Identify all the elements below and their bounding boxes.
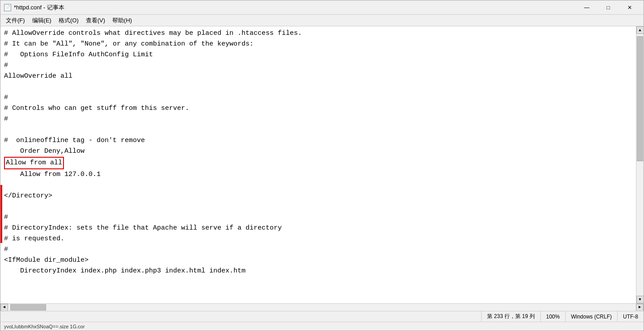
code-line-9: #	[4, 114, 632, 125]
editor-area: # AllowOverride controls what directives…	[0, 26, 644, 303]
code-line-highlighted: Allow from all	[4, 157, 632, 169]
text-content[interactable]: # AllowOverride controls what directives…	[0, 26, 636, 303]
code-line-22: <IfModule dir_module>	[4, 255, 632, 266]
scroll-left-arrow[interactable]: ◄	[0, 304, 8, 311]
code-line-20: # is requested.	[4, 234, 632, 244]
code-line-11: # onlineoffline tag - don't remove	[4, 135, 632, 146]
scroll-right-arrow[interactable]: ►	[636, 304, 644, 311]
code-line-4: #	[4, 60, 632, 71]
status-position: 第 233 行，第 19 列	[481, 311, 540, 322]
scroll-thumb-v[interactable]	[637, 36, 643, 161]
title-bar: 📄 *httpd.conf - 记事本 — □ ✕	[0, 0, 644, 15]
code-line-19: # DirectoryIndex: sets the file that Apa…	[4, 223, 632, 234]
code-line-3: # Options FileInfo AuthConfig Limit	[4, 50, 632, 60]
code-line-6	[4, 82, 632, 92]
scroll-down-arrow[interactable]: ▼	[636, 296, 644, 303]
code-line-10	[4, 125, 632, 135]
app-icon: 📄	[4, 4, 11, 11]
scroll-track-h[interactable]	[8, 304, 636, 311]
code-line-5: AllowOverride all	[4, 71, 632, 82]
menu-view[interactable]: 查看(V)	[82, 16, 109, 25]
code-line-12: Order Deny,Allow	[4, 146, 632, 157]
code-line-2: # It can be "All", "None", or any combin…	[4, 39, 632, 50]
code-line-21: #	[4, 244, 632, 255]
vertical-scrollbar[interactable]: ▲ ▼	[636, 26, 644, 303]
menu-bar: 文件(F) 编辑(E) 格式(O) 查看(V) 帮助(H)	[0, 15, 644, 26]
title-bar-controls: — □ ✕	[576, 1, 640, 14]
left-border-indicator	[0, 185, 2, 243]
code-line-14: Allow from 127.0.0.1	[4, 169, 632, 180]
taskbar-hint: yvoLIubbmKhxSNoaQ==.size 1G.cor	[0, 322, 644, 331]
menu-help[interactable]: 帮助(H)	[109, 16, 136, 25]
code-line-8: # Controls who can get stuff from this s…	[4, 103, 632, 114]
taskbar-hint-text: yvoLIubbmKhxSNoaQ==.size 1G.cor	[4, 324, 85, 329]
minimize-button[interactable]: —	[576, 1, 597, 14]
menu-file[interactable]: 文件(F)	[2, 16, 29, 25]
status-zoom: 100%	[540, 311, 565, 322]
title-bar-left: 📄 *httpd.conf - 记事本	[4, 4, 64, 12]
highlighted-text: Allow from all	[4, 157, 64, 169]
scroll-thumb-h[interactable]	[10, 304, 46, 310]
main-window: 📄 *httpd.conf - 记事本 — □ ✕ 文件(F) 编辑(E) 格式…	[0, 0, 644, 331]
code-line-23: DirectoryIndex index.php index.php3 inde…	[4, 266, 632, 277]
code-line-16: </Directory>	[4, 191, 632, 201]
code-line-1: # AllowOverride controls what directives…	[4, 28, 632, 39]
menu-format[interactable]: 格式(O)	[55, 16, 82, 25]
horizontal-scrollbar[interactable]: ◄ ►	[0, 303, 644, 311]
maximize-button[interactable]: □	[598, 1, 619, 14]
status-bar: 第 233 行，第 19 列 100% Windows (CRLF) UTF-8	[0, 311, 644, 322]
status-line-ending: Windows (CRLF)	[565, 311, 617, 322]
code-line-15	[4, 180, 632, 191]
code-line-18: #	[4, 212, 632, 223]
scroll-track-v[interactable]	[636, 34, 644, 296]
menu-edit[interactable]: 编辑(E)	[29, 16, 55, 25]
code-line-17	[4, 201, 632, 212]
scroll-up-arrow[interactable]: ▲	[636, 26, 644, 34]
code-line-7: #	[4, 92, 632, 103]
status-encoding: UTF-8	[617, 311, 644, 322]
window-title: *httpd.conf - 记事本	[14, 4, 64, 12]
close-button[interactable]: ✕	[619, 1, 640, 14]
